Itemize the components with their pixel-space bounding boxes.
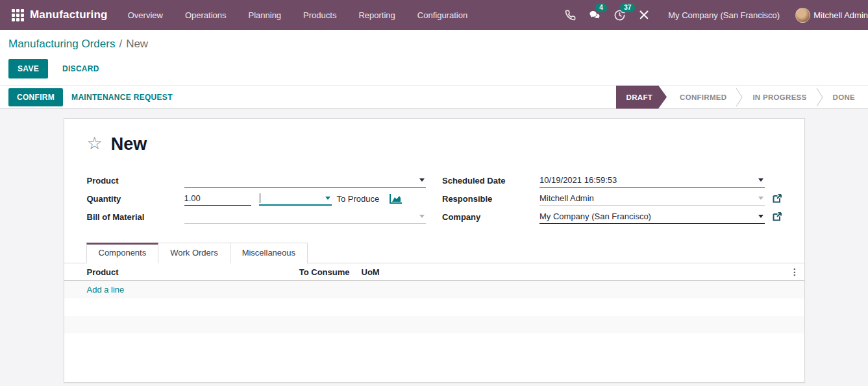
field-scheduled-date: Scheduled Date 10/19/2021 16:59:53 — [442, 171, 782, 189]
state-done[interactable]: DONE — [824, 93, 864, 101]
empty-row — [64, 316, 804, 333]
menu-overview[interactable]: Overview — [117, 0, 174, 30]
field-bill-of-material: Bill of Material — [87, 208, 427, 226]
responsible-input[interactable]: Mitchell Admin — [539, 191, 765, 206]
app-root: Manufacturing Overview Operations Planni… — [0, 0, 868, 386]
breadcrumb: Manufacturing Orders/New — [8, 38, 860, 51]
responsible-value: Mitchell Admin — [539, 191, 782, 206]
company-external-link-icon[interactable] — [773, 212, 782, 221]
notebook-tabs: Components Work Orders Miscellaneous — [64, 243, 804, 263]
messages-count-badge: 4 — [595, 3, 607, 12]
responsible-label: Responsible — [442, 194, 539, 204]
product-label: Product — [87, 176, 184, 186]
form-statusbar: CONFIRM MAINTENANCE REQUEST DRAFT CONFIR… — [0, 86, 868, 109]
menu-planning[interactable]: Planning — [238, 0, 293, 30]
bill-of-material-value — [184, 210, 427, 224]
tools-icon — [638, 9, 650, 21]
list-options-kebab-icon[interactable]: ⋮ — [785, 267, 804, 277]
menu-configuration[interactable]: Configuration — [406, 0, 478, 30]
responsible-external-link-icon[interactable] — [773, 194, 782, 203]
tab-miscellaneous[interactable]: Miscellaneous — [230, 243, 308, 263]
quantity-input[interactable]: 1.00 — [184, 191, 251, 206]
notebook: Components Work Orders Miscellaneous Pro… — [64, 243, 804, 351]
field-company: Company My Company (San Francisco) — [442, 208, 782, 226]
scheduled-date-input-text: 10/19/2021 16:59:53 — [539, 175, 617, 185]
bom-dropdown-caret-icon[interactable] — [419, 215, 425, 218]
user-menu[interactable]: Mitchell Admin — [795, 8, 868, 23]
breadcrumb-separator: / — [115, 38, 126, 50]
user-avatar — [795, 8, 810, 23]
confirm-button[interactable]: CONFIRM — [8, 88, 63, 106]
apps-menu-button[interactable] — [8, 0, 27, 30]
maintenance-request-button[interactable]: MAINTENANCE REQUEST — [63, 88, 181, 106]
form-view: ☆ New Product Quantity 1.00 — [0, 109, 868, 386]
menu-operations[interactable]: Operations — [174, 0, 238, 30]
state-pipeline: DRAFT CONFIRMED IN PROGRESS DONE — [616, 86, 868, 109]
phone-icon — [565, 10, 576, 21]
company-caret-icon[interactable] — [758, 215, 763, 218]
menu-reporting[interactable]: Reporting — [347, 0, 406, 30]
ext-slot — [765, 212, 782, 221]
components-list-header: Product To Consume UoM ⋮ — [64, 263, 804, 281]
empty-row — [64, 298, 804, 316]
bill-of-material-input[interactable] — [184, 210, 427, 224]
scheduled-date-caret-icon[interactable] — [758, 178, 763, 182]
ext-slot — [765, 194, 782, 203]
tools-button[interactable] — [632, 0, 656, 30]
state-confirmed[interactable]: CONFIRMED — [671, 93, 736, 101]
favorite-star-icon[interactable]: ☆ — [87, 135, 103, 152]
breadcrumb-manufacturing-orders[interactable]: Manufacturing Orders — [8, 38, 115, 50]
voip-phone-button[interactable] — [558, 0, 582, 30]
fields-grid: Product Quantity 1.00 To Produce — [64, 171, 804, 226]
activities-button[interactable]: 37 — [607, 0, 632, 30]
product-input[interactable] — [184, 173, 427, 187]
state-separator-icon — [816, 87, 824, 108]
company-label: Company — [442, 212, 539, 222]
breadcrumb-current: New — [126, 38, 148, 50]
company-switcher[interactable]: My Company (San Francisco) — [656, 10, 795, 20]
scheduled-date-value: 10/19/2021 16:59:53 — [539, 173, 782, 187]
quantity-input-text: 1.00 — [184, 193, 201, 203]
messages-button[interactable]: 4 — [582, 0, 607, 30]
add-a-line-button[interactable]: Add a line — [64, 281, 804, 298]
title-row: ☆ New — [64, 134, 804, 154]
apps-grid-icon — [12, 9, 24, 21]
column-to-consume[interactable]: To Consume — [279, 267, 350, 277]
responsible-caret-icon[interactable] — [758, 197, 763, 200]
fields-right-column: Scheduled Date 10/19/2021 16:59:53 Respo… — [442, 171, 782, 226]
discard-button[interactable]: DISCARD — [53, 59, 108, 78]
user-name: Mitchell Admin — [813, 10, 868, 20]
column-product[interactable]: Product — [64, 267, 279, 277]
empty-row — [64, 333, 804, 351]
field-product: Product — [87, 171, 427, 189]
uom-input[interactable] — [259, 191, 332, 206]
form-sheet: ☆ New Product Quantity 1.00 — [64, 118, 805, 383]
forecast-chart-icon[interactable] — [390, 194, 402, 204]
tab-components[interactable]: Components — [86, 243, 159, 263]
scheduled-date-input[interactable]: 10/19/2021 16:59:53 — [539, 173, 765, 187]
product-dropdown-caret-icon[interactable] — [419, 178, 425, 182]
tab-work-orders[interactable]: Work Orders — [158, 243, 230, 263]
fields-left-column: Product Quantity 1.00 To Produce — [87, 171, 427, 226]
state-draft[interactable]: DRAFT — [616, 86, 667, 109]
field-responsible: Responsible Mitchell Admin — [442, 189, 782, 208]
bill-of-material-label: Bill of Material — [87, 212, 184, 222]
systray: 4 37 My Company (San Francisco) Mitchell… — [558, 0, 868, 30]
column-uom[interactable]: UoM — [362, 267, 407, 277]
state-separator-icon — [736, 87, 743, 108]
control-panel: Manufacturing Orders/New SAVE DISCARD — [0, 30, 868, 86]
top-navbar: Manufacturing Overview Operations Planni… — [0, 0, 868, 30]
save-button[interactable]: SAVE — [8, 59, 48, 78]
field-quantity: Quantity 1.00 To Produce — [87, 189, 427, 208]
company-input[interactable]: My Company (San Francisco) — [539, 210, 765, 224]
text-cursor — [260, 193, 260, 203]
quantity-label: Quantity — [87, 194, 184, 204]
quantity-value: 1.00 To Produce — [184, 191, 427, 206]
state-in-progress[interactable]: IN PROGRESS — [743, 93, 815, 101]
record-title: New — [111, 134, 147, 154]
uom-dropdown-caret-icon[interactable] — [325, 197, 330, 200]
menu-products[interactable]: Products — [292, 0, 347, 30]
app-title[interactable]: Manufacturing — [30, 8, 108, 21]
control-panel-buttons: SAVE DISCARD — [8, 59, 860, 78]
product-value — [184, 173, 427, 187]
